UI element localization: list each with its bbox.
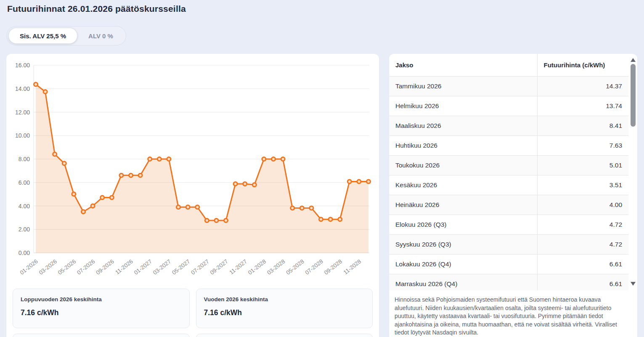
futures-chart: 16.0014.0012.0010.008.006.004.002.000.00…: [6, 54, 379, 284]
stat-card-value: 7.16 c/kWh: [21, 308, 182, 317]
y-axis-tick-label: 6.00: [19, 179, 30, 186]
y-axis-tick-label: 16.00: [15, 62, 30, 69]
data-point-marker: [291, 206, 294, 210]
stat-card-value: 7.16 c/kWh: [204, 308, 365, 317]
table-row: Kesäkuu 20263.51: [389, 175, 628, 195]
x-axis-tick-label: 11-2027: [228, 258, 248, 276]
chart-svg: 16.0014.0012.0010.008.006.004.002.000.00…: [6, 54, 379, 284]
x-axis-tick-label: 09-2028: [323, 258, 343, 276]
x-axis-tick-label: 07-2027: [190, 258, 210, 276]
scroll-up-button[interactable]: [630, 57, 636, 63]
data-point-marker: [338, 218, 342, 221]
data-point-marker: [138, 173, 142, 177]
table-row: Helmikuu 202613.74: [389, 96, 628, 116]
table-scroll-area[interactable]: Jakso Futuurihinta (c/kWh) Tammikuu 2026…: [389, 54, 637, 290]
data-point-marker: [157, 157, 161, 161]
data-point-marker: [34, 82, 38, 86]
y-axis-tick-label: 4.00: [19, 203, 30, 210]
scrollbar-thumb[interactable]: [631, 64, 636, 127]
data-point-marker: [224, 219, 228, 223]
period-cell: Syyskuu 2026 (Q3): [389, 234, 537, 254]
data-point-marker: [110, 196, 114, 199]
y-axis-tick-label: 2.00: [19, 226, 30, 233]
period-cell: Marraskuu 2026 (Q4): [389, 274, 537, 290]
period-cell: Kesäkuu 2026: [389, 175, 537, 195]
data-point-marker: [252, 183, 256, 187]
y-axis-tick-label: 14.00: [15, 85, 30, 92]
data-point-marker: [272, 157, 276, 161]
table-row: Heinäkuu 20264.00: [389, 195, 628, 215]
price-cell: 5.01: [537, 155, 628, 175]
table-row: Elokuu 2026 (Q3)4.72: [389, 215, 628, 234]
data-point-marker: [101, 196, 104, 199]
stat-grid: Loppuvuoden 2026 keskihinta 7.16 c/kWh V…: [6, 289, 379, 337]
stat-card-year-avg: Vuoden 2026 keskihinta 7.16 c/kWh: [196, 289, 373, 328]
data-point-marker: [329, 218, 332, 221]
price-cell: 7.63: [537, 135, 628, 155]
table-row: Huhtikuu 20267.63: [389, 135, 628, 155]
series-area: [36, 84, 368, 253]
period-cell: Lokakuu 2026 (Q4): [389, 254, 537, 274]
x-axis-tick-label: 09-2027: [209, 258, 229, 276]
chart-card: 16.0014.0012.0010.008.006.004.002.000.00…: [6, 54, 379, 337]
x-axis-tick-label: 03-2028: [266, 258, 286, 276]
x-axis-tick-label: 01-2028: [247, 258, 267, 276]
table-row: Syyskuu 2026 (Q3)4.72: [389, 234, 628, 254]
vat-toggle-option-0[interactable]: Sis. ALV 25,5 %: [8, 28, 77, 44]
period-cell: Maaliskuu 2026: [389, 116, 537, 135]
data-point-marker: [72, 192, 76, 196]
scroll-down-button[interactable]: [630, 281, 636, 287]
stat-card-label: Vuoden 2026 keskihinta: [204, 296, 365, 303]
table-row: Marraskuu 2026 (Q4)6.61: [389, 274, 628, 290]
page-title: Futuurihinnat 26.01.2026 päätöskursseill…: [7, 4, 186, 14]
price-cell: 4.00: [537, 195, 628, 215]
column-header-period: Jakso: [389, 54, 537, 76]
price-cell: 6.61: [537, 274, 628, 290]
data-point-marker: [215, 219, 218, 223]
data-point-marker: [205, 219, 209, 223]
x-axis-tick-label: 03-2027: [152, 258, 172, 276]
data-point-marker: [167, 157, 171, 161]
table-row: Toukokuu 20265.01: [389, 155, 628, 175]
table-row: Lokakuu 2026 (Q4)6.61: [389, 254, 628, 274]
period-cell: Toukokuu 2026: [389, 155, 537, 175]
disclaimer-text: Hinnoissa sekä Pohjoismaiden systeemifut…: [389, 290, 637, 337]
price-cell: 8.41: [537, 116, 628, 135]
data-point-marker: [177, 205, 180, 209]
price-cell: 14.37: [537, 76, 628, 96]
x-axis-tick-label: 11-2028: [342, 258, 362, 276]
x-axis-tick-label: 11-2026: [114, 258, 134, 276]
period-cell: Helmikuu 2026: [389, 96, 537, 116]
data-point-marker: [148, 157, 152, 161]
stat-card-partial: [196, 334, 373, 337]
series-line: [36, 84, 368, 220]
stat-card-partial: [13, 334, 190, 337]
data-point-marker: [82, 210, 85, 214]
scroll-down-icon: [631, 282, 636, 286]
scroll-up-icon: [631, 58, 636, 62]
price-cell: 13.74: [537, 96, 628, 116]
data-point-marker: [196, 205, 199, 209]
vat-toggle: Sis. ALV 25,5 %ALV 0 %: [6, 26, 126, 45]
vat-toggle-option-1[interactable]: ALV 0 %: [77, 28, 124, 44]
price-cell: 4.72: [537, 215, 628, 234]
data-point-marker: [347, 180, 351, 183]
stat-card-end-of-year-avg: Loppuvuoden 2026 keskihinta 7.16 c/kWh: [13, 289, 190, 328]
price-cell: 3.51: [537, 175, 628, 195]
y-axis-tick-label: 12.00: [15, 109, 30, 116]
x-axis-tick-label: 05-2028: [285, 258, 305, 276]
data-point-marker: [367, 180, 371, 183]
data-point-marker: [357, 180, 361, 183]
period-cell: Heinäkuu 2026: [389, 195, 537, 215]
table-scrollbar[interactable]: [629, 54, 637, 290]
futures-table-card: Jakso Futuurihinta (c/kWh) Tammikuu 2026…: [389, 54, 637, 337]
x-axis-tick-label: 01-2026: [19, 258, 39, 276]
x-axis-tick-label: 01-2027: [133, 258, 153, 276]
period-cell: Tammikuu 2026: [389, 76, 537, 96]
data-point-marker: [186, 205, 190, 209]
data-point-marker: [233, 182, 237, 186]
x-axis-tick-label: 09-2026: [95, 258, 115, 276]
period-cell: Huhtikuu 2026: [389, 135, 537, 155]
data-point-marker: [300, 206, 304, 210]
table-row: Maaliskuu 20268.41: [389, 116, 628, 135]
